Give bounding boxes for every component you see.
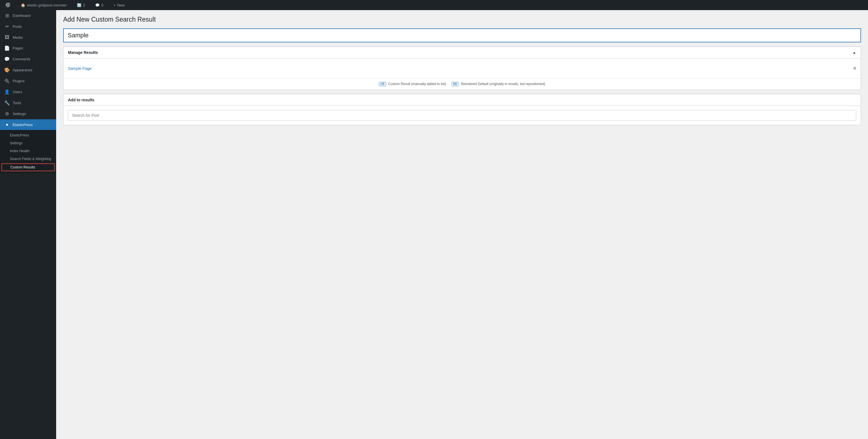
updates-icon: 🔄 [77,3,82,7]
manage-results-title: Manage Results [68,50,98,55]
sidebar: ⊞ Dashboard ✏ Posts 🖼 Media 📄 Pages 💬 Co… [0,10,56,439]
sidebar-item-plugins[interactable]: 🔌 Plugins [0,75,56,87]
add-to-results-title: Add to results [68,98,94,102]
comments-count: 0 [101,3,103,7]
add-to-results-panel: Add to results [63,94,861,125]
sidebar-item-label: Settings [12,112,26,116]
collapse-icon[interactable] [852,50,856,55]
sidebar-item-label: Appearance [12,68,32,72]
plugins-icon: 🔌 [4,78,10,84]
add-to-results-header: Add to results [63,94,861,106]
media-icon: 🖼 [4,35,10,40]
manage-results-panel: Manage Results Sample Page ≡ CR Custom R… [63,46,861,90]
new-button[interactable]: + New [111,0,127,10]
sidebar-item-label: Pages [12,46,23,50]
updates-count: 2 [83,3,85,7]
rd-legend: RD Reordered Default (originally in resu… [452,82,545,86]
submenu-item-custom-results[interactable]: Custom Results [1,163,55,171]
submenu-item-search-fields[interactable]: Search Fields & Weighting [0,155,56,163]
sidebar-item-pages[interactable]: 📄 Pages [0,43,56,54]
elasticpress-icon: ● [4,122,10,127]
content-area: Add New Custom Search Result Manage Resu… [56,10,868,439]
sidebar-item-comments[interactable]: 💬 Comments [0,54,56,65]
site-name: elastic.gridpane.monster [27,3,67,7]
submenu-item-elasticpress[interactable]: ElasticPress [0,131,56,139]
sidebar-item-dashboard[interactable]: ⊞ Dashboard [0,10,56,21]
comments-icon: 💬 [4,56,10,62]
drag-handle-icon[interactable]: ≡ [853,65,856,71]
sidebar-item-label: Media [12,35,23,39]
page-title: Add New Custom Search Result [63,16,861,23]
users-icon: 👤 [4,89,10,95]
wp-logo-button[interactable] [3,0,13,10]
plus-icon: + [114,3,116,7]
sidebar-item-label: Tools [12,101,21,105]
cr-legend: CR Custom Result (manually added to list… [379,82,446,86]
sidebar-item-tools[interactable]: 🔧 Tools [0,97,56,108]
cr-text: Custom Result (manually added to list) [388,82,446,86]
comments-button[interactable]: 💬 0 [93,0,105,10]
sidebar-item-label: Posts [12,24,22,29]
sidebar-item-settings[interactable]: ⚙ Settings [0,108,56,119]
sidebar-item-label: Plugins [12,79,25,83]
sidebar-item-label: Users [12,90,22,94]
sidebar-item-label: Comments [12,57,30,61]
admin-bar: 🏠 elastic.gridpane.monster 🔄 2 💬 0 + New [0,0,868,10]
posts-icon: ✏ [4,24,10,29]
submenu-item-index-health[interactable]: Index Health [0,147,56,155]
submenu-item-settings[interactable]: Settings [0,139,56,147]
result-item: Sample Page ≡ [68,63,856,74]
sidebar-item-elasticpress[interactable]: ● ElasticPress ◀ [0,119,56,130]
sidebar-item-label: ElasticPress [12,123,33,127]
result-link[interactable]: Sample Page [68,66,92,71]
dashboard-icon: ⊞ [4,13,10,18]
elasticpress-submenu: ElasticPress Settings Index Health Searc… [0,130,56,173]
home-icon: 🏠 [21,3,25,7]
tools-icon: 🔧 [4,100,10,105]
manage-results-header: Manage Results [63,47,861,58]
appearance-icon: 🎨 [4,67,10,73]
rd-badge: RD [452,82,458,86]
settings-icon: ⚙ [4,111,10,117]
title-input[interactable] [63,28,861,42]
comments-icon: 💬 [95,3,100,7]
add-to-results-body [63,106,861,125]
sidebar-item-label: Dashboard [12,13,31,18]
manage-results-body: Sample Page ≡ [63,58,861,78]
legend-row: CR Custom Result (manually added to list… [63,78,861,90]
pages-icon: 📄 [4,45,10,51]
sidebar-item-posts[interactable]: ✏ Posts [0,21,56,32]
rd-text: Reordered Default (originally in results… [461,82,545,86]
sidebar-item-users[interactable]: 👤 Users [0,87,56,97]
new-label: New [117,3,125,7]
search-post-input[interactable] [68,110,856,121]
sidebar-item-appearance[interactable]: 🎨 Appearance [0,65,56,75]
cr-badge: CR [379,82,386,86]
site-name-button[interactable]: 🏠 elastic.gridpane.monster [19,0,69,10]
sidebar-item-media[interactable]: 🖼 Media [0,32,56,43]
updates-button[interactable]: 🔄 2 [75,0,87,10]
